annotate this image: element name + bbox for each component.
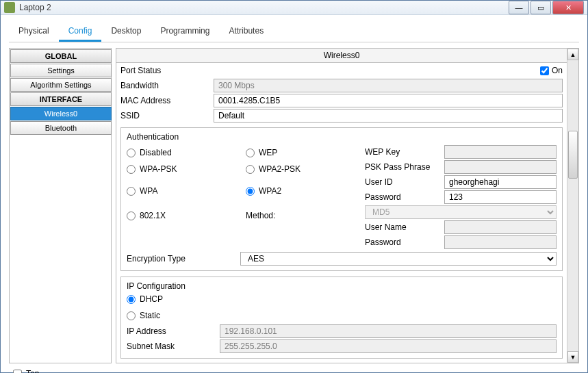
subnet-label: Subnet Mask bbox=[127, 342, 216, 351]
port-status-row: Port Status On bbox=[120, 63, 563, 78]
scroll-thumb[interactable] bbox=[568, 131, 578, 179]
title-bar[interactable]: Laptop 2 — ▭ ✕ bbox=[1, 1, 587, 15]
ssid-field[interactable] bbox=[214, 109, 563, 123]
ipconfig-title: IP Configuration bbox=[127, 281, 557, 291]
ip-config-group: IP Configuration DHCP Static IP Address … bbox=[120, 276, 563, 359]
encryption-label: Encryption Type bbox=[127, 254, 236, 263]
auth-wpa2-label: WPA2 bbox=[259, 186, 281, 196]
tab-attributes[interactable]: Attributes bbox=[219, 22, 273, 42]
top-label: Top bbox=[26, 369, 39, 373]
sidebar-item-algorithm-settings[interactable]: Algorithm Settings bbox=[10, 78, 112, 92]
sidebar-item-bluetooth[interactable]: Bluetooth bbox=[10, 121, 112, 135]
auth-title: Authentication bbox=[127, 132, 557, 142]
userid-field[interactable] bbox=[444, 175, 557, 189]
ssid-row: SSID bbox=[120, 108, 563, 123]
sidebar: GLOBAL Settings Algorithm Settings INTER… bbox=[9, 48, 112, 363]
encryption-select[interactable]: AES bbox=[240, 252, 557, 266]
method-select: MD5 bbox=[365, 205, 557, 219]
tab-config[interactable]: Config bbox=[59, 22, 102, 42]
userid-label: User ID bbox=[365, 177, 440, 187]
mac-field[interactable] bbox=[214, 94, 563, 107]
ipaddr-field bbox=[220, 324, 557, 338]
laptop-config-window: Laptop 2 — ▭ ✕ Physical Config Desktop P… bbox=[0, 0, 588, 373]
password2-field bbox=[444, 235, 557, 249]
auth-method-label: Method: bbox=[246, 211, 275, 220]
sidebar-global-header[interactable]: GLOBAL bbox=[10, 49, 112, 63]
username-label: User Name bbox=[365, 222, 440, 232]
panel-title: Wireless0 bbox=[116, 49, 567, 63]
top-checkbox[interactable] bbox=[13, 370, 22, 374]
tab-bar: Physical Config Desktop Programming Attr… bbox=[9, 22, 579, 42]
mac-label: MAC Address bbox=[120, 96, 209, 105]
auth-wpapsk-radio[interactable] bbox=[127, 165, 136, 174]
maximize-button[interactable]: ▭ bbox=[531, 1, 551, 14]
auth-disabled-radio[interactable] bbox=[127, 149, 136, 157]
content-area: Physical Config Desktop Programming Attr… bbox=[1, 15, 587, 373]
auth-disabled-label: Disabled bbox=[140, 148, 172, 157]
auth-wpa-label: WPA bbox=[140, 186, 157, 196]
vertical-scrollbar[interactable]: ▲ ▼ bbox=[567, 49, 578, 363]
ipaddr-label: IP Address bbox=[127, 326, 216, 336]
wepkey-field bbox=[444, 145, 557, 159]
authentication-group: Authentication Disabled WPA-PSK WPA 802.… bbox=[120, 127, 563, 271]
window-title: Laptop 2 bbox=[19, 3, 507, 12]
bandwidth-label: Bandwidth bbox=[120, 81, 209, 90]
main-panel: Wireless0 Port Status On Bandwidth bbox=[116, 48, 579, 363]
password-field[interactable] bbox=[444, 190, 557, 204]
sidebar-interface-header[interactable]: INTERFACE bbox=[10, 92, 112, 106]
app-icon bbox=[4, 2, 15, 13]
ssid-label: SSID bbox=[120, 111, 209, 120]
port-status-on-label: On bbox=[552, 66, 563, 75]
password2-label: Password bbox=[365, 237, 440, 247]
ip-dhcp-label: DHCP bbox=[140, 294, 163, 304]
sidebar-item-wireless0[interactable]: Wireless0 bbox=[10, 107, 112, 120]
close-button[interactable]: ✕ bbox=[552, 1, 584, 14]
auth-8021x-radio[interactable] bbox=[127, 211, 136, 220]
footer: Top bbox=[9, 363, 579, 373]
scroll-up-arrow-icon[interactable]: ▲ bbox=[567, 49, 578, 60]
ip-static-label: Static bbox=[140, 311, 160, 320]
tab-desktop[interactable]: Desktop bbox=[101, 22, 151, 42]
scroll-down-arrow-icon[interactable]: ▼ bbox=[567, 351, 578, 363]
minimize-button[interactable]: — bbox=[509, 1, 529, 14]
bandwidth-field bbox=[214, 79, 563, 92]
auth-wpa2psk-radio[interactable] bbox=[246, 165, 255, 174]
auth-wep-radio[interactable] bbox=[246, 149, 255, 157]
auth-wep-label: WEP bbox=[259, 148, 277, 157]
auth-wpa2-radio[interactable] bbox=[246, 187, 255, 196]
ip-static-radio[interactable] bbox=[127, 311, 136, 320]
ip-dhcp-radio[interactable] bbox=[127, 295, 136, 304]
psk-label: PSK Pass Phrase bbox=[365, 162, 440, 172]
auth-wpapsk-label: WPA-PSK bbox=[140, 164, 177, 174]
auth-wpa-radio[interactable] bbox=[127, 187, 136, 196]
tab-physical[interactable]: Physical bbox=[9, 22, 59, 42]
auth-wpa2psk-label: WPA2-PSK bbox=[259, 164, 301, 174]
subnet-field bbox=[220, 339, 557, 353]
auth-8021x-label: 802.1X bbox=[140, 211, 166, 220]
wepkey-label: WEP Key bbox=[365, 147, 440, 157]
sidebar-item-settings[interactable]: Settings bbox=[10, 64, 112, 77]
port-status-label: Port Status bbox=[120, 66, 209, 75]
bandwidth-row: Bandwidth bbox=[120, 78, 563, 93]
password-label: Password bbox=[365, 192, 440, 202]
port-status-checkbox[interactable] bbox=[540, 66, 549, 75]
mac-row: MAC Address bbox=[120, 93, 563, 108]
tab-programming[interactable]: Programming bbox=[151, 22, 219, 42]
psk-field bbox=[444, 160, 557, 174]
username-field bbox=[444, 220, 557, 234]
